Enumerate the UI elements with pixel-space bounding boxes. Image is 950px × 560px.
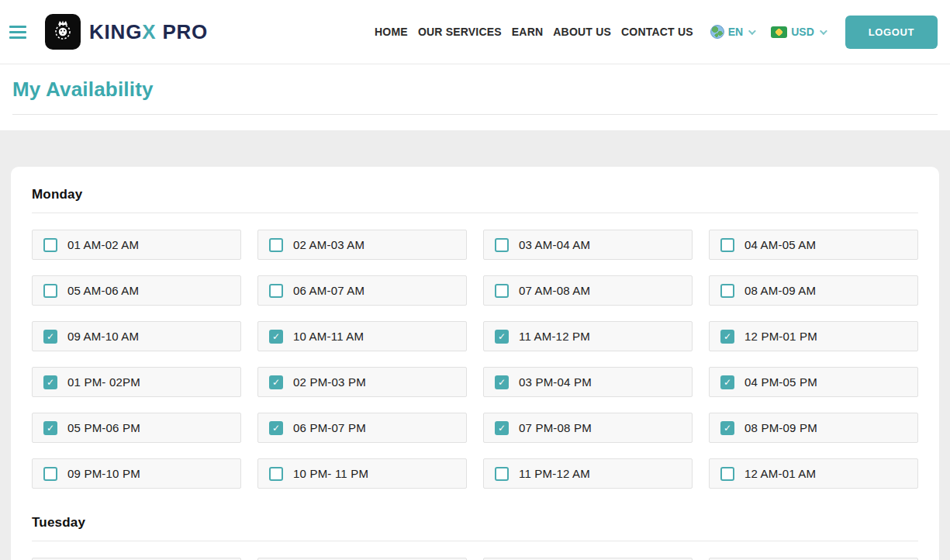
time-slot[interactable]: ✓01 PM- 02PM <box>32 367 241 397</box>
nav-contact-us[interactable]: CONTACT US <box>621 26 693 38</box>
slot-label: 09 PM-10 PM <box>67 467 140 480</box>
time-slot[interactable]: ✓06 PM-07 PM <box>257 413 467 443</box>
chevron-down-icon <box>820 27 827 35</box>
brand-logo[interactable] <box>45 14 81 50</box>
time-slot[interactable]: ✓12 PM-01 PM <box>709 321 918 351</box>
time-slot[interactable]: ✓03 PM-04 PM <box>483 367 693 397</box>
divider <box>32 213 918 213</box>
slot-checkbox[interactable]: ✓ <box>269 421 283 435</box>
slot-checkbox[interactable] <box>269 284 283 298</box>
slot-label: 07 AM-08 AM <box>519 284 590 297</box>
slot-checkbox[interactable] <box>269 467 283 481</box>
day-section-tuesday: Tuesday <box>32 515 918 560</box>
time-slot[interactable]: ✓04 PM-05 PM <box>709 367 918 397</box>
time-slot[interactable]: 01 AM-02 AM <box>32 230 241 260</box>
slot-label: 03 PM-04 PM <box>519 375 592 389</box>
slot-checkbox[interactable]: ✓ <box>269 375 283 389</box>
brand-name[interactable]: KINGX PRO <box>89 20 208 44</box>
slot-checkbox[interactable] <box>495 238 509 252</box>
hamburger-menu-icon[interactable] <box>9 26 26 39</box>
time-slot[interactable]: 03 AM-04 AM <box>483 230 693 260</box>
slot-label: 11 AM-12 PM <box>519 330 590 343</box>
slot-label: 04 AM-05 AM <box>744 238 816 251</box>
slot-label: 09 AM-10 AM <box>67 330 139 343</box>
slot-checkbox[interactable]: ✓ <box>43 421 57 435</box>
slot-label: 03 AM-04 AM <box>519 238 590 251</box>
nav-earn[interactable]: EARN <box>512 26 543 38</box>
nav-home[interactable]: HOME <box>375 26 408 38</box>
slot-checkbox[interactable]: ✓ <box>495 375 509 389</box>
top-header: KINGX PRO HOME OUR SERVICES EARN ABOUT U… <box>0 0 950 64</box>
time-slot[interactable]: ✓08 PM-09 PM <box>709 413 918 443</box>
slot-label: 02 PM-03 PM <box>293 375 366 389</box>
time-slot[interactable]: ✓02 PM-03 PM <box>257 367 467 397</box>
time-slot[interactable]: ✓11 AM-12 PM <box>483 321 693 351</box>
slot-label: 12 AM-01 AM <box>744 467 816 480</box>
lion-icon <box>50 18 75 46</box>
currency-selector[interactable]: USD <box>771 26 825 38</box>
slot-label: 05 AM-06 AM <box>67 284 139 297</box>
slot-label: 06 AM-07 AM <box>293 284 364 297</box>
nav-about-us[interactable]: ABOUT US <box>553 26 611 38</box>
slot-checkbox[interactable] <box>720 284 734 298</box>
slot-checkbox[interactable] <box>43 467 57 481</box>
time-slot[interactable]: 08 AM-09 AM <box>709 275 918 306</box>
divider <box>32 541 918 541</box>
main-nav: HOME OUR SERVICES EARN ABOUT US CONTACT … <box>375 16 938 49</box>
flag-icon <box>771 26 787 38</box>
day-section-monday: Monday01 AM-02 AM02 AM-03 AM03 AM-04 AM0… <box>32 187 918 489</box>
slot-label: 11 PM-12 AM <box>519 467 590 480</box>
time-slot[interactable]: 12 AM-01 AM <box>709 458 918 489</box>
slot-checkbox[interactable] <box>495 467 509 481</box>
time-slot[interactable]: 06 AM-07 AM <box>257 275 467 306</box>
slot-checkbox[interactable]: ✓ <box>720 421 734 435</box>
slot-checkbox[interactable]: ✓ <box>495 421 509 435</box>
slot-checkbox[interactable]: ✓ <box>269 330 283 344</box>
content-area: Monday01 AM-02 AM02 AM-03 AM03 AM-04 AM0… <box>0 130 950 560</box>
slot-checkbox[interactable] <box>43 238 57 252</box>
slot-label: 05 PM-06 PM <box>67 421 140 434</box>
time-slot[interactable]: 10 PM- 11 PM <box>257 458 467 489</box>
slot-label: 04 PM-05 PM <box>744 375 817 389</box>
chevron-down-icon <box>748 27 756 35</box>
slot-checkbox[interactable]: ✓ <box>720 330 734 344</box>
slot-label: 08 PM-09 PM <box>744 421 817 434</box>
slot-checkbox[interactable]: ✓ <box>495 330 509 344</box>
slot-label: 10 AM-11 AM <box>293 330 364 343</box>
availability-card: Monday01 AM-02 AM02 AM-03 AM03 AM-04 AM0… <box>11 167 939 560</box>
currency-code: USD <box>791 26 814 38</box>
slot-label: 01 AM-02 AM <box>67 238 139 251</box>
day-title: Tuesday <box>32 515 918 531</box>
slot-checkbox[interactable]: ✓ <box>720 375 734 389</box>
slot-label: 10 PM- 11 PM <box>293 467 368 480</box>
slot-checkbox[interactable] <box>495 284 509 298</box>
time-slot[interactable]: 07 AM-08 AM <box>483 275 693 306</box>
nav-our-services[interactable]: OUR SERVICES <box>418 26 502 38</box>
time-slot[interactable]: ✓10 AM-11 AM <box>257 321 467 351</box>
slot-checkbox[interactable] <box>43 284 57 298</box>
slot-checkbox[interactable] <box>269 238 283 252</box>
day-title: Monday <box>32 187 918 202</box>
slot-label: 07 PM-08 PM <box>519 421 592 434</box>
logout-button[interactable]: LOGOUT <box>845 16 938 49</box>
slot-label: 06 PM-07 PM <box>293 421 366 434</box>
slot-label: 01 PM- 02PM <box>67 375 140 389</box>
time-slot[interactable]: 11 PM-12 AM <box>483 458 693 489</box>
slot-checkbox[interactable] <box>720 238 734 252</box>
globe-icon <box>710 25 724 39</box>
language-selector[interactable]: EN <box>710 25 754 39</box>
time-slot[interactable]: 05 AM-06 AM <box>32 275 241 306</box>
slot-checkbox[interactable]: ✓ <box>43 330 57 344</box>
slot-checkbox[interactable] <box>720 467 734 481</box>
time-slot[interactable]: 09 PM-10 PM <box>32 458 241 489</box>
slot-label: 02 AM-03 AM <box>293 238 364 251</box>
time-slot[interactable]: ✓05 PM-06 PM <box>32 413 241 443</box>
time-slot[interactable]: 04 AM-05 AM <box>709 230 918 260</box>
time-slot[interactable]: ✓09 AM-10 AM <box>32 321 241 351</box>
time-slot[interactable]: ✓07 PM-08 PM <box>483 413 693 443</box>
time-slot[interactable]: 02 AM-03 AM <box>257 230 467 260</box>
slot-label: 12 PM-01 PM <box>744 330 817 343</box>
slot-checkbox[interactable]: ✓ <box>43 375 57 389</box>
slot-label: 08 AM-09 AM <box>744 284 816 297</box>
divider <box>12 114 938 115</box>
